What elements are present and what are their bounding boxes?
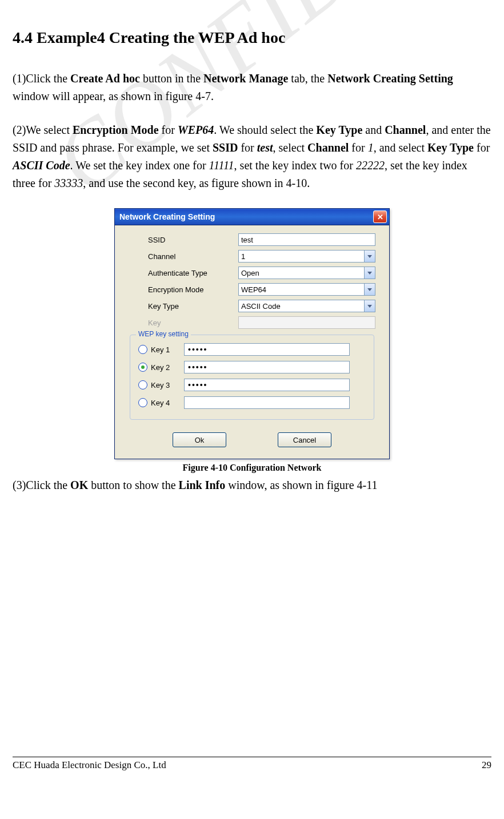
keytype-select[interactable]: ASCII Code	[238, 300, 375, 312]
encryption-row: Encryption Mode WEP64	[124, 283, 380, 296]
auth-label: Authenticate Type	[124, 269, 238, 277]
text-bold: Encryption Mode	[73, 124, 159, 136]
text-bold: Channel	[385, 124, 426, 136]
text-bold: Link Info	[179, 479, 226, 491]
key1-radio[interactable]	[138, 345, 147, 354]
chevron-down-icon	[364, 300, 375, 312]
channel-row: Channel 1	[124, 250, 380, 263]
keytype-row: Key Type ASCII Code	[124, 300, 380, 312]
text: tab, the	[288, 72, 327, 85]
text: . We set the key index one for	[70, 159, 209, 172]
keytype-value: ASCII Code	[241, 302, 281, 311]
svg-marker-1	[367, 272, 372, 275]
footer-page-number: 29	[482, 760, 491, 771]
key3-input[interactable]	[184, 379, 350, 391]
channel-value: 1	[241, 252, 245, 261]
text-bold: Key Type	[427, 141, 474, 154]
key4-radio[interactable]	[138, 398, 147, 407]
text: (1)Click the	[13, 72, 70, 85]
encryption-label: Encryption Mode	[124, 285, 238, 294]
text-bold: Create Ad hoc	[70, 72, 140, 85]
key3-label: Key 3	[151, 381, 184, 389]
text: , select	[273, 141, 308, 154]
chevron-down-icon	[364, 284, 375, 295]
text-bold: Key Type	[316, 124, 362, 136]
dialog-titlebar[interactable]: Network Creating Setting ✕	[115, 209, 389, 225]
channel-select[interactable]: 1	[238, 250, 375, 263]
ssid-label: SSID	[124, 236, 238, 244]
auth-select[interactable]: Open	[238, 267, 375, 279]
chevron-down-icon	[364, 251, 375, 262]
paragraph-2: (2)We select Encryption Mode for WEP64. …	[13, 121, 491, 192]
chevron-down-icon	[364, 267, 375, 279]
dialog-button-row: Ok Cancel	[124, 432, 380, 447]
paragraph-1: (1)Click the Create Ad hoc button in the…	[13, 70, 491, 105]
text: for	[349, 141, 367, 154]
key1-label: Key 1	[151, 345, 184, 354]
key4-label: Key 4	[151, 399, 184, 407]
key1-input[interactable]	[184, 343, 350, 356]
key4-row: Key 4	[138, 396, 366, 409]
wep-legend: WEP key setting	[136, 330, 191, 338]
text-bold: Channel	[307, 141, 349, 154]
svg-marker-2	[367, 288, 372, 291]
dialog-title: Network Creating Setting	[119, 212, 215, 221]
key-row: Key	[124, 316, 380, 329]
ok-button[interactable]: Ok	[173, 432, 226, 447]
text: button in the	[140, 72, 203, 85]
text: window, as shown in figure 4-11	[225, 479, 377, 491]
key3-radio[interactable]	[138, 380, 147, 389]
ssid-input[interactable]	[238, 233, 375, 246]
text: and	[362, 124, 385, 136]
svg-marker-0	[367, 255, 372, 258]
text: (3)Click the	[13, 479, 70, 491]
paragraph-3: (3)Click the OK button to show the Link …	[13, 476, 491, 494]
encryption-select[interactable]: WEP64	[238, 283, 375, 296]
auth-value: Open	[241, 269, 259, 277]
key2-label: Key 2	[151, 363, 184, 372]
key2-radio[interactable]	[138, 363, 147, 372]
svg-marker-3	[367, 305, 372, 308]
key2-input[interactable]	[184, 361, 350, 373]
auth-row: Authenticate Type Open	[124, 267, 380, 279]
text-bold-italic: WEP64	[178, 124, 214, 136]
close-button[interactable]: ✕	[373, 210, 387, 223]
text: button to show the	[88, 479, 178, 491]
text-italic: 11111	[209, 159, 234, 172]
keytype-label: Key Type	[124, 302, 238, 311]
text: for	[159, 124, 178, 136]
ssid-row: SSID	[124, 233, 380, 246]
key-input	[238, 316, 375, 329]
text-bold: OK	[70, 479, 88, 491]
close-icon: ✕	[377, 213, 383, 221]
text-italic: 1	[368, 141, 374, 154]
cancel-button[interactable]: Cancel	[278, 432, 331, 447]
key-label: Key	[124, 319, 238, 327]
text: , set the key index two for	[234, 159, 356, 172]
key3-row: Key 3	[138, 379, 366, 391]
section-heading: 4.4 Example4 Creating the WEP Ad hoc	[13, 29, 491, 47]
channel-label: Channel	[124, 252, 238, 261]
footer-company: CEC Huada Electronic Design Co., Ltd	[13, 760, 166, 771]
key2-row: Key 2	[138, 361, 366, 373]
text-bold-italic: test	[257, 141, 273, 154]
text-italic: 22222	[356, 159, 385, 172]
text: (2)We select	[13, 124, 73, 136]
key1-row: Key 1	[138, 343, 366, 356]
text-bold: Network Manage	[203, 72, 288, 85]
wep-key-setting-group: WEP key setting Key 1 Key 2 Key 3	[130, 335, 374, 420]
key4-input[interactable]	[184, 396, 350, 409]
text-bold-italic: ASCII Code	[13, 159, 70, 172]
text: , and use the second key, as figure show…	[83, 177, 310, 189]
text: , and select	[374, 141, 427, 154]
text: for	[238, 141, 257, 154]
text-bold: SSID	[213, 141, 238, 154]
text-italic: 33333	[54, 177, 83, 189]
figure-caption: Figure 4-10 Configuration Network	[13, 463, 491, 473]
encryption-value: WEP64	[241, 285, 266, 294]
page-footer: CEC Huada Electronic Design Co., Ltd 29	[13, 757, 491, 771]
dialog-body: SSID Channel 1 Authenticate Type Open En…	[115, 225, 389, 459]
text-bold: Network Creating Setting	[327, 72, 453, 85]
text: window will appear, as shown in figure 4…	[13, 90, 214, 102]
network-creating-setting-dialog: Network Creating Setting ✕ SSID Channel …	[114, 208, 390, 459]
